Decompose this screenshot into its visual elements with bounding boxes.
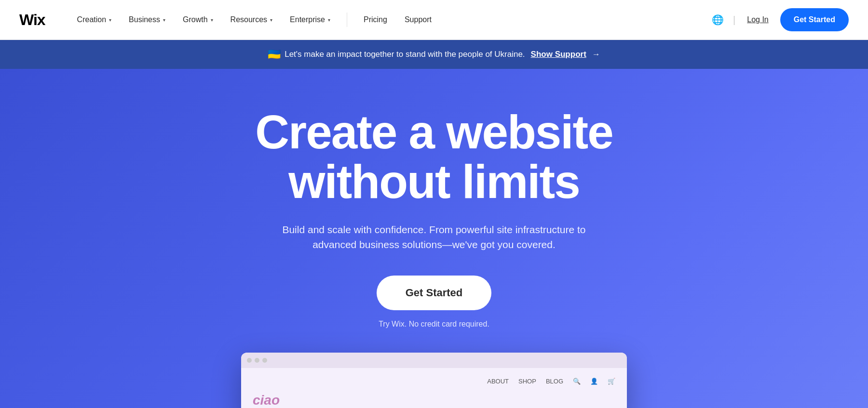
navbar: Wix Creation ▾ Business ▾ Growth ▾ Resou… [0, 0, 868, 40]
browser-nav-shop: SHOP [518, 378, 536, 385]
chevron-down-icon: ▾ [109, 17, 111, 23]
wix-logo: Wix [19, 11, 45, 28]
nav-item-growth[interactable]: Growth ▾ [174, 0, 222, 40]
arrow-right-icon: → [592, 50, 600, 59]
navbar-right: 🌐 | Log In Get Started [710, 8, 849, 31]
browser-content: ABOUT SHOP BLOG 🔍 👤 🛒 ciao [241, 368, 627, 408]
navbar-logo[interactable]: Wix [19, 11, 45, 29]
browser-logo-text: ciao [253, 393, 280, 408]
browser-nav: ABOUT SHOP BLOG 🔍 👤 🛒 [253, 378, 615, 385]
nav-item-business[interactable]: Business ▾ [120, 0, 174, 40]
nav-item-support[interactable]: Support [396, 0, 440, 40]
browser-dot-3 [262, 358, 267, 363]
navbar-nav: Creation ▾ Business ▾ Growth ▾ Resources… [68, 0, 710, 40]
chevron-down-icon: ▾ [328, 17, 330, 23]
hero-title: Create a website without limits [255, 107, 612, 207]
browser-dot-2 [255, 358, 259, 363]
chevron-down-icon: ▾ [270, 17, 272, 23]
hero-subtitle: Build and scale with confidence. From po… [275, 222, 593, 252]
browser-cart-icon: 🛒 [608, 378, 615, 385]
nav-item-enterprise[interactable]: Enterprise ▾ [281, 0, 339, 40]
browser-search-icon: 🔍 [573, 378, 581, 385]
browser-user-icon: 👤 [590, 378, 598, 385]
nav-divider [347, 13, 347, 27]
login-link[interactable]: Log In [743, 15, 772, 24]
get-started-button-nav[interactable]: Get Started [780, 8, 849, 31]
nav-item-resources[interactable]: Resources ▾ [222, 0, 281, 40]
chevron-down-icon: ▾ [163, 17, 165, 23]
browser-nav-blog: BLOG [546, 378, 563, 385]
ukraine-banner: 🇺🇦 Let's make an impact together to stan… [0, 40, 868, 69]
show-support-link[interactable]: Show Support [531, 50, 586, 59]
hero-cta-button[interactable]: Get Started [377, 276, 492, 310]
chevron-down-icon: ▾ [211, 17, 213, 23]
browser-nav-about: ABOUT [487, 378, 509, 385]
nav-item-pricing[interactable]: Pricing [355, 0, 396, 40]
browser-dot-1 [247, 358, 252, 363]
globe-icon[interactable]: 🌐 [710, 12, 725, 27]
mock-browser: ABOUT SHOP BLOG 🔍 👤 🛒 ciao [241, 353, 627, 408]
ukraine-banner-text: Let's make an impact together to stand w… [285, 50, 525, 59]
ukraine-flag: 🇺🇦 [268, 48, 281, 61]
nav-separator: | [733, 14, 735, 26]
browser-logo-area: ciao [253, 393, 615, 408]
hero-section: Create a website without limits Build an… [0, 69, 868, 408]
browser-bar [241, 353, 627, 368]
nav-item-creation[interactable]: Creation ▾ [68, 0, 120, 40]
hero-cta-sub: Try Wix. No credit card required. [379, 320, 489, 329]
